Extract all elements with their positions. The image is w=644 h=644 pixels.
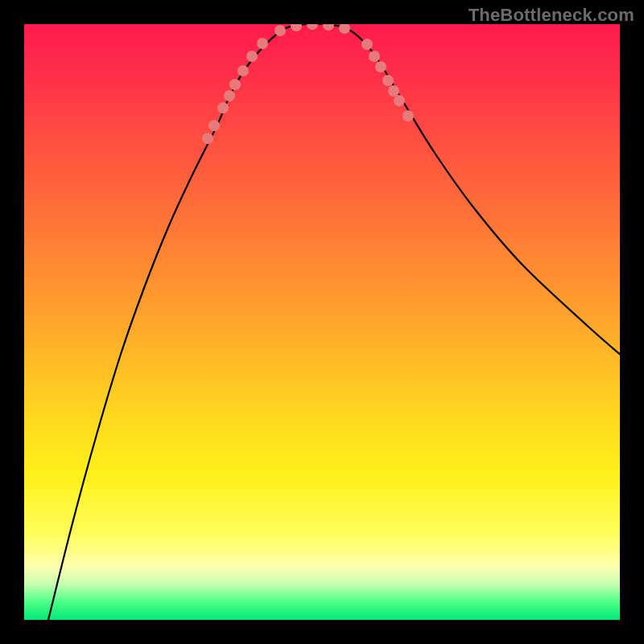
highlight-dot <box>257 38 268 49</box>
highlight-dot <box>394 95 405 106</box>
highlight-dot <box>369 51 380 62</box>
highlight-dot <box>202 133 213 144</box>
highlight-dot <box>388 85 399 97</box>
chart-svg <box>24 24 620 620</box>
highlight-dot <box>375 61 386 72</box>
bottleneck-curve-path <box>48 24 620 620</box>
highlight-dot <box>208 120 220 131</box>
highlight-dot <box>307 24 318 30</box>
highlight-dot <box>382 75 394 86</box>
highlight-dot <box>339 24 350 34</box>
highlight-dot <box>323 24 334 31</box>
highlight-dots-group <box>202 24 414 144</box>
plot-area <box>24 24 620 620</box>
highlight-dot <box>224 90 235 101</box>
highlight-dot <box>275 25 286 36</box>
watermark-text: TheBottleneck.com <box>469 5 634 26</box>
highlight-dot <box>291 24 302 31</box>
highlight-dot <box>237 65 249 76</box>
highlight-dot <box>246 51 258 62</box>
highlight-dot <box>217 102 229 114</box>
highlight-dot <box>229 79 241 90</box>
highlight-dot <box>361 39 373 50</box>
highlight-dot <box>402 110 414 122</box>
